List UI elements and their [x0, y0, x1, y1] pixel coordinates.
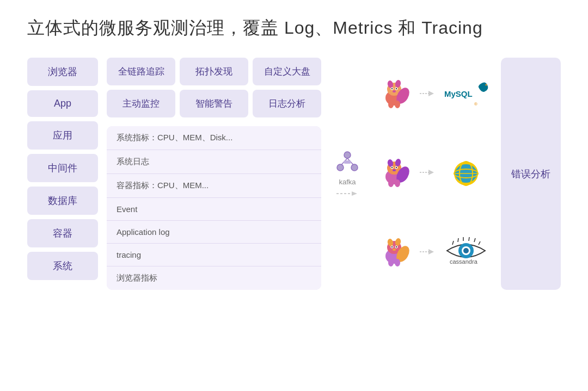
left-item: 系统 [27, 252, 98, 280]
top-btn[interactable]: 主动监控 [107, 90, 175, 117]
right-arrow [420, 88, 435, 101]
kafka-arrow [336, 188, 358, 199]
right-arrow [420, 167, 435, 180]
svg-line-62 [458, 238, 458, 242]
svg-point-28 [396, 167, 397, 168]
svg-text:MySQL: MySQL [444, 89, 473, 98]
kafka-area: kafka [326, 58, 369, 290]
svg-point-26 [391, 167, 393, 168]
svg-point-1 [337, 164, 344, 171]
svg-point-42 [388, 259, 394, 266]
top-btn[interactable]: 日志分析 [253, 90, 321, 117]
squirrel-icon [376, 154, 413, 193]
svg-point-31 [395, 179, 400, 187]
list-item: tracing [107, 244, 321, 266]
svg-marker-49 [428, 249, 434, 255]
left-item: 容器 [27, 219, 98, 247]
mid-list: 系统指标：CPU、MEM、Disk...系统日志容器指标：CPU、MEM...E… [107, 126, 321, 290]
top-btn[interactable]: 自定义大盘 [253, 58, 321, 85]
left-item: 浏览器 [27, 58, 98, 86]
db-logos-col: MySQL ® cassandra [439, 58, 493, 290]
svg-point-17 [393, 90, 396, 92]
list-item: 系统日志 [107, 150, 321, 174]
svg-point-19 [395, 101, 400, 108]
squirrel-icon [376, 75, 413, 114]
svg-point-51 [486, 84, 487, 86]
left-item: 数据库 [27, 187, 98, 215]
svg-point-18 [388, 101, 394, 108]
right-section: kafka [326, 58, 561, 290]
top-btn[interactable]: 智能警告 [180, 90, 248, 117]
squirrels-col [372, 58, 416, 290]
middle-column: 全链路追踪拓扑发现自定义大盘 主动监控智能警告日志分析 系统指标：CPU、MEM… [107, 58, 321, 290]
left-item: 中间件 [27, 154, 98, 182]
main-layout: 浏览器App应用中间件数据库容器系统 全链路追踪拓扑发现自定义大盘 主动监控智能… [27, 58, 561, 290]
svg-text:®: ® [474, 102, 477, 107]
svg-marker-7 [352, 191, 357, 196]
cassandra-logo: cassandra [442, 235, 491, 271]
svg-text:cassandra: cassandra [450, 258, 478, 265]
left-column: 浏览器App应用中间件数据库容器系统 [27, 58, 98, 290]
list-item: Event [107, 198, 321, 221]
page-title: 立体式的微服务观测治理，覆盖 Log、Metrics 和 Tracing [27, 16, 561, 40]
svg-point-59 [463, 248, 469, 253]
top-buttons-area: 全链路追踪拓扑发现自定义大盘 主动监控智能警告日志分析 [107, 58, 321, 117]
top-btn[interactable]: 拓扑发现 [180, 58, 248, 85]
svg-line-66 [479, 241, 480, 245]
svg-marker-45 [428, 91, 434, 96]
svg-line-64 [469, 237, 469, 241]
list-item: Application log [107, 221, 321, 244]
svg-marker-47 [428, 170, 434, 175]
svg-point-14 [391, 88, 393, 89]
svg-point-2 [351, 164, 358, 171]
page: 立体式的微服务观测治理，覆盖 Log、Metrics 和 Tracing 浏览器… [0, 0, 588, 391]
left-item: App [27, 90, 98, 117]
list-item: 容器指标：CPU、MEM... [107, 174, 321, 198]
svg-point-0 [344, 152, 351, 158]
top-row-1: 全链路追踪拓扑发现自定义大盘 [107, 58, 321, 85]
svg-rect-5 [344, 160, 351, 164]
list-item: 浏览器指标 [107, 266, 321, 290]
svg-point-43 [395, 259, 400, 266]
svg-line-61 [452, 241, 454, 245]
svg-point-29 [393, 169, 396, 171]
svg-point-16 [396, 88, 397, 89]
list-item: 系统指标：CPU、MEM、Disk... [107, 126, 321, 150]
kafka-label: kafka [339, 178, 356, 186]
svg-line-65 [474, 238, 475, 242]
svg-point-41 [393, 249, 396, 251]
error-analysis-box: 错误分析 [501, 58, 561, 290]
mysql-logo: MySQL ® [442, 77, 491, 112]
top-row-2: 主动监控智能警告日志分析 [107, 90, 321, 117]
arrows-col [419, 58, 436, 290]
top-btn[interactable]: 全链路追踪 [107, 58, 175, 85]
svg-point-40 [396, 246, 397, 247]
svg-point-30 [388, 179, 394, 187]
squirrel-icon [376, 233, 413, 272]
right-arrow [420, 246, 435, 259]
left-item: 应用 [27, 121, 98, 150]
kafka-icon [334, 148, 361, 176]
svg-point-38 [391, 246, 393, 247]
clickhouse-logo [442, 156, 491, 191]
